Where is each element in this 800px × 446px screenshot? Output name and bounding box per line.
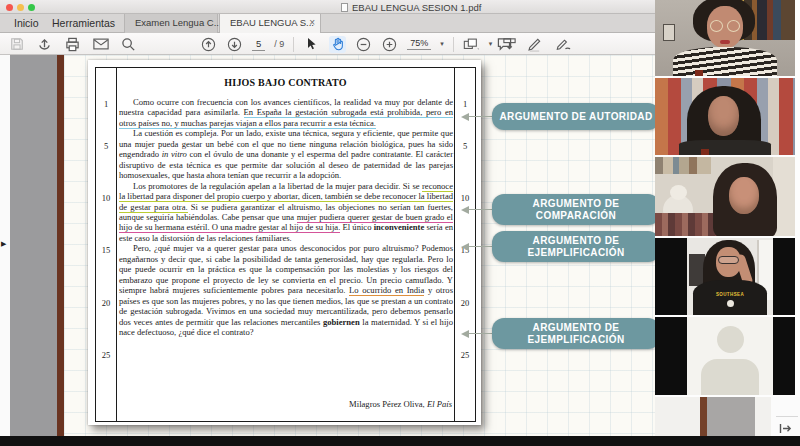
hand-tool-icon[interactable] bbox=[329, 36, 346, 53]
pillarboxed-video: SOUTHSEA bbox=[687, 238, 773, 315]
tab-bar: Inicio Herramientas Examen Lengua C... E… bbox=[0, 14, 655, 33]
email-icon[interactable] bbox=[92, 36, 109, 53]
callout-autoridad: ARGUMENTO DE AUTORIDAD bbox=[492, 103, 660, 130]
bed-art bbox=[655, 213, 717, 236]
source-name: El País bbox=[427, 399, 452, 409]
screen: EBAU LENGUA SESION 1.pdf Inicio Herramie… bbox=[0, 0, 800, 446]
glasses-art bbox=[718, 256, 739, 264]
toolbar-divider bbox=[293, 37, 294, 52]
participant-placeholder[interactable] bbox=[655, 317, 795, 395]
comment-icon[interactable] bbox=[496, 36, 513, 53]
line-number: 25 bbox=[455, 350, 475, 360]
pdf-content-area: ▶ HIJOS BAJO CONTRATO 1510152025 1510152… bbox=[0, 55, 655, 436]
callout-arrow-icon bbox=[461, 206, 469, 214]
document-paragraph: La cuestión es compleja. Por un lado, ex… bbox=[119, 128, 453, 180]
participant-video-student-3[interactable]: SOUTHSEA bbox=[655, 238, 795, 315]
zoom-in-icon[interactable] bbox=[381, 36, 398, 53]
line-number: 15 bbox=[96, 245, 116, 255]
print-icon[interactable] bbox=[64, 36, 81, 53]
minimize-window-button[interactable] bbox=[17, 4, 24, 11]
document-table-border: HIJOS BAJO CONTRATO 1510152025 151015202… bbox=[95, 67, 476, 422]
line-number: 20 bbox=[455, 298, 475, 308]
callout-ejemplificacion-2: ARGUMENTO DEEJEMPLIFICACIÓN bbox=[492, 318, 660, 349]
zoom-level-dropdown[interactable]: 75% bbox=[407, 38, 431, 50]
share-icon[interactable] bbox=[36, 36, 53, 53]
mic-indicator bbox=[701, 149, 709, 155]
page-total-label: / 9 bbox=[274, 39, 284, 49]
striped-shirt-art bbox=[673, 47, 777, 76]
table-divider bbox=[116, 68, 117, 421]
page-fit-icon[interactable] bbox=[463, 36, 480, 53]
pencil-icon[interactable] bbox=[526, 36, 543, 53]
callout-connector-line bbox=[469, 209, 493, 210]
hoodie-art: SOUTHSEA bbox=[693, 280, 767, 315]
search-icon[interactable] bbox=[120, 36, 137, 53]
participant-video-student-1[interactable] bbox=[655, 78, 795, 155]
background-gray-band bbox=[10, 55, 57, 436]
window-titlebar: EBAU LENGUA SESION 1.pdf bbox=[0, 0, 655, 14]
sidebar-toggle-strip[interactable]: ▶ bbox=[0, 55, 10, 436]
line-number: 25 bbox=[96, 350, 116, 360]
document-paragraph: Como ocurre con frecuencia con los avanc… bbox=[119, 97, 453, 128]
pillarboxed-video bbox=[687, 317, 773, 395]
zoom-out-icon[interactable] bbox=[355, 36, 372, 53]
expand-panel-icon[interactable]: ▶ bbox=[1, 240, 6, 248]
video-call-sidebar: SOUTHSEA bbox=[655, 0, 800, 436]
close-tab-icon[interactable]: × bbox=[309, 14, 315, 32]
page-number-input[interactable]: 5 bbox=[252, 38, 265, 51]
tab-herramientas[interactable]: Herramientas bbox=[48, 14, 119, 33]
background-brown-band bbox=[57, 55, 64, 436]
toolbar-divider bbox=[453, 37, 454, 52]
zoom-window-button[interactable] bbox=[28, 4, 35, 11]
document-workspace: HIJOS BAJO CONTRATO 1510152025 151015202… bbox=[64, 55, 655, 436]
sidebar-controls-panel bbox=[771, 397, 800, 436]
sign-icon[interactable] bbox=[556, 36, 573, 53]
line-number: 5 bbox=[96, 141, 116, 151]
glasses-art bbox=[710, 20, 740, 32]
chevron-down-icon[interactable]: ▾ bbox=[489, 40, 493, 48]
save-icon[interactable] bbox=[8, 36, 25, 53]
callout-connector-line bbox=[469, 333, 493, 334]
line-number: 5 bbox=[455, 141, 475, 151]
avatar bbox=[717, 326, 744, 353]
close-window-button[interactable] bbox=[6, 4, 13, 11]
callout-arrow-icon bbox=[461, 243, 469, 251]
chevron-down-icon[interactable]: ▾ bbox=[440, 40, 444, 48]
document-footer: Milagros Pérez Oliva, El País bbox=[349, 399, 452, 409]
select-tool-icon[interactable] bbox=[303, 36, 320, 53]
door-art bbox=[707, 397, 755, 436]
participant-video-student-2[interactable] bbox=[655, 157, 795, 236]
callout-arrow-icon bbox=[461, 330, 469, 338]
document-paragraph: Pero, ¿qué mujer va a querer gestar para… bbox=[119, 243, 453, 337]
callout-connector-line bbox=[469, 246, 493, 247]
mic-indicator bbox=[695, 70, 703, 76]
page-down-icon[interactable] bbox=[226, 36, 243, 53]
shelf-art bbox=[655, 157, 711, 174]
author-name: Milagros Pérez Oliva, bbox=[349, 399, 427, 409]
document-icon bbox=[341, 3, 348, 12]
line-number-column-left: 1510152025 bbox=[96, 68, 116, 421]
pdf-page: HIJOS BAJO CONTRATO 1510152025 151015202… bbox=[88, 60, 481, 425]
callout-ejemplificacion-1: ARGUMENTO DEEJEMPLIFICACIÓN bbox=[492, 231, 660, 262]
callout-connector-line bbox=[469, 116, 493, 117]
toolbar: 5 / 9 75% ▾ bbox=[0, 33, 655, 55]
document-body-text: Como ocurre con frecuencia con los avanc… bbox=[119, 97, 453, 337]
line-number: 20 bbox=[96, 298, 116, 308]
hoodie-text: SOUTHSEA bbox=[693, 292, 767, 297]
document-tab-label: EBAU LENGUA S... bbox=[230, 17, 314, 28]
window-title: EBAU LENGUA SESION 1.pdf bbox=[352, 2, 481, 13]
page-up-icon[interactable] bbox=[200, 36, 217, 53]
door-frame-art bbox=[700, 397, 707, 436]
callout-comparacion: ARGUMENTO DECOMPARACIÓN bbox=[492, 194, 660, 225]
divider bbox=[776, 416, 798, 417]
picture-frame-art bbox=[663, 24, 675, 41]
participant-video-teacher[interactable] bbox=[655, 0, 795, 76]
line-number: 10 bbox=[455, 193, 475, 203]
pdf-app-window: EBAU LENGUA SESION 1.pdf Inicio Herramie… bbox=[0, 0, 655, 436]
line-number: 10 bbox=[96, 193, 116, 203]
document-tab-inactive[interactable]: Examen Lengua C... bbox=[124, 14, 218, 33]
line-number: 1 bbox=[455, 99, 475, 109]
line-number: 1 bbox=[96, 99, 116, 109]
document-tab-active[interactable]: EBAU LENGUA S... × bbox=[219, 14, 321, 33]
tab-inicio[interactable]: Inicio bbox=[10, 14, 43, 33]
